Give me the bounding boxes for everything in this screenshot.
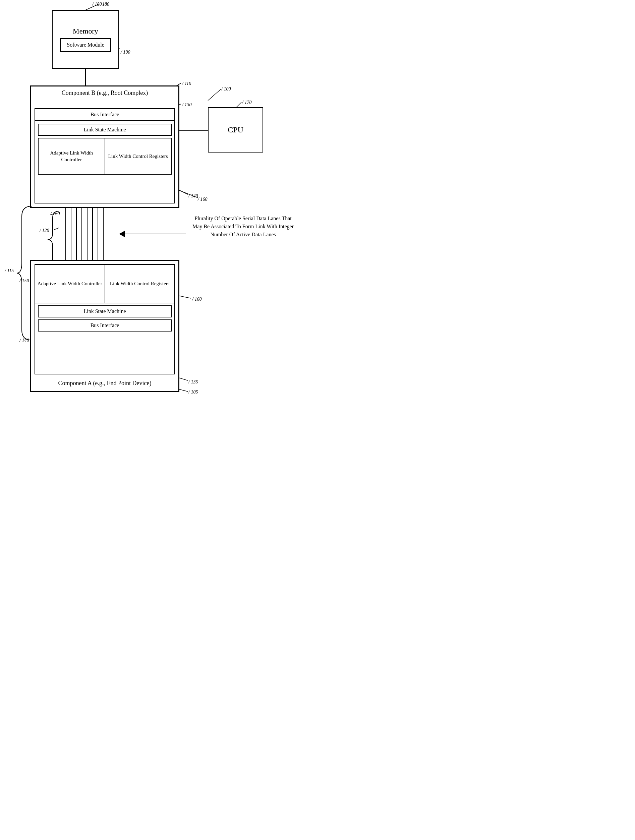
bottom-row-top: Adaptive Link Width Controller Link Widt… [38, 138, 172, 175]
ref-170: / 170 [242, 100, 251, 105]
component-a-title: Component A (e.g., End Point Device) [31, 377, 178, 388]
ref-105: / 105 [188, 390, 198, 395]
link-width-registers-top: Link Width Control Registers [105, 139, 171, 174]
memory-box: Memory Software Module [52, 10, 119, 69]
component-a-inner: Adaptive Link Width Controller Link Widt… [35, 264, 175, 374]
arrow-line [125, 234, 186, 234]
ref-150-bot: / 150 [19, 278, 29, 284]
ref-190: / 190 [121, 50, 130, 55]
ref-160-top: / 160 [198, 197, 207, 202]
cpu-box: CPU [208, 107, 263, 153]
bus-interface-bottom: Bus Interface [38, 319, 172, 332]
ref-140-bot: / 140 [19, 338, 29, 343]
component-b-outer: Component B (e.g., Root Complex) Bus Int… [30, 85, 179, 208]
memory-label: Memory [73, 27, 98, 36]
software-module-box: Software Module [60, 38, 111, 52]
link-state-machine-top: Link State Machine [38, 124, 172, 136]
ref-120: / 120 [39, 228, 49, 233]
cpu-label: CPU [227, 125, 243, 134]
adaptive-link-bottom: Adaptive Link Width Controller [35, 265, 105, 303]
arrow-data-lanes [119, 231, 186, 237]
component-b-inner: Bus Interface Link State Machine Adaptiv… [35, 108, 175, 204]
annotation-text: Plurality Of Operable Serial Data Lanes … [191, 215, 295, 238]
ref-110: / 110 [182, 81, 191, 87]
svg-line-4 [208, 89, 221, 101]
arrow-head [119, 231, 125, 237]
ref-150-top: / 150 [50, 211, 60, 216]
ref-140-top: / 140 [188, 193, 198, 199]
ref-115: / 115 [5, 268, 14, 273]
svg-line-18 [236, 102, 242, 107]
bus-interface-top: Bus Interface [35, 109, 174, 121]
ref-100: / 100 [221, 87, 231, 92]
ref-160-bot: / 160 [192, 297, 202, 302]
ref-130: / 130 [182, 102, 191, 107]
component-a-top-row: Adaptive Link Width Controller Link Widt… [35, 265, 174, 303]
software-module-label: Software Module [67, 42, 104, 47]
component-a-outer: Adaptive Link Width Controller Link Widt… [30, 260, 179, 392]
diagram-container: 180 / 180 Memory Software Module / 190 /… [0, 0, 318, 420]
link-state-machine-bottom: Link State Machine [38, 305, 172, 317]
ref-180-label: / 180 [92, 2, 101, 7]
link-width-registers-bottom: Link Width Control Registers [105, 265, 175, 303]
component-b-title: Component B (e.g., Root Complex) [31, 87, 178, 98]
ref-135: / 135 [188, 379, 198, 385]
lanes-area [65, 207, 107, 260]
ref-180: 180 [102, 2, 109, 7]
adaptive-link-top: Adaptive Link Width Controller [39, 139, 105, 174]
